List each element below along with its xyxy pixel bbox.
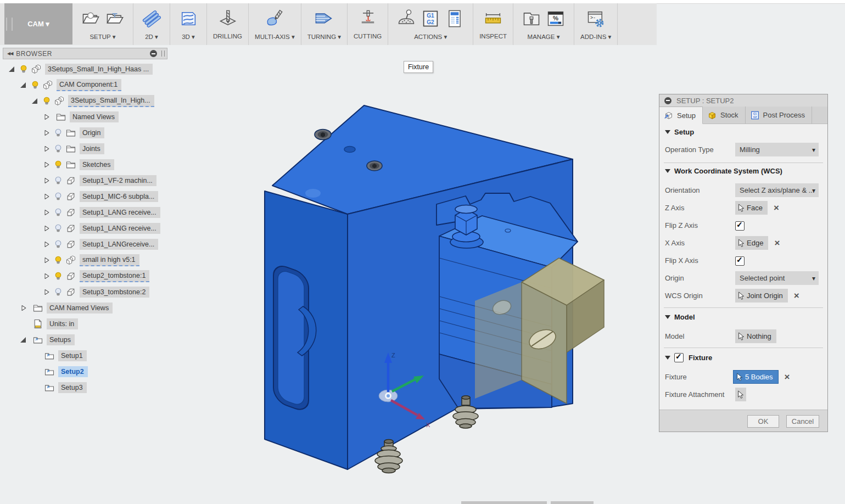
ribbon-group-label[interactable]: TURNING ▾ (307, 32, 341, 41)
orientation-dropdown[interactable]: Select Z axis/plane & ... (735, 183, 819, 197)
fixture-section-header[interactable]: Fixture (665, 353, 712, 362)
origin-dropdown[interactable]: Selected point (735, 271, 819, 285)
tree-row[interactable]: Setups (20, 333, 75, 347)
visibility-bulb-icon[interactable] (54, 271, 63, 281)
tab-post-process[interactable]: Post Process (746, 107, 813, 124)
operation-type-dropdown[interactable]: Milling (735, 143, 819, 156)
x-axis-select-button[interactable]: Edge (735, 236, 768, 250)
visibility-bulb-icon[interactable] (42, 96, 51, 106)
setup-section-header[interactable]: Setup (665, 128, 694, 136)
ribbon-group: ADD-INS ▾ (574, 3, 618, 45)
setup-sheet-icon[interactable] (445, 9, 465, 29)
tree-row[interactable]: Joints (43, 142, 104, 156)
ok-button[interactable]: OK (747, 415, 779, 428)
expand-arrow-icon[interactable] (43, 256, 50, 264)
visibility-bulb-icon[interactable] (54, 287, 63, 297)
visibility-bulb-icon[interactable] (31, 80, 40, 90)
cad-model[interactable]: Z X (236, 52, 620, 494)
expand-arrow-icon[interactable] (43, 288, 50, 296)
tree-row[interactable]: small in high v5:1 (43, 253, 139, 267)
visibility-bulb-icon[interactable] (54, 160, 63, 170)
clear-z-axis-icon[interactable]: × (774, 203, 779, 212)
visibility-bulb-icon[interactable] (54, 223, 63, 233)
tab-stock[interactable]: Stock (703, 107, 746, 124)
bottom-toolbar-edge[interactable] (551, 501, 594, 504)
fixture-select-button[interactable]: 5 Bodies (733, 370, 779, 384)
tree-row[interactable]: Setup1_LANG receive... (43, 205, 160, 220)
model-section-header[interactable]: Model (665, 313, 695, 321)
clear-fixture-icon[interactable]: × (785, 372, 790, 382)
multi-axis-icon[interactable] (265, 9, 284, 29)
tree-row[interactable]: Setup1_LANG receive... (43, 221, 160, 236)
tree-row[interactable]: Setup1_LANGreceive... (43, 237, 158, 251)
flip-x-checkbox[interactable] (735, 256, 745, 266)
expand-arrow-icon[interactable] (20, 304, 27, 312)
turning-icon[interactable] (314, 9, 334, 29)
ribbon-group-label[interactable]: ACTIONS ▾ (414, 32, 447, 41)
model-select-button[interactable]: Nothing (735, 329, 776, 343)
measure-icon[interactable] (483, 9, 503, 29)
g-code-icon[interactable] (421, 9, 440, 29)
tree-row[interactable]: Origin (43, 126, 104, 140)
z-axis-select-button[interactable]: Face (735, 201, 768, 215)
expand-arrow-icon[interactable] (43, 145, 50, 153)
tree-row[interactable]: Setup1 (32, 349, 87, 363)
tree-row[interactable]: Units: in (20, 317, 78, 331)
ribbon-group-label[interactable]: CUTTING (354, 32, 382, 40)
visibility-bulb-icon[interactable] (54, 144, 63, 154)
expand-arrow-icon[interactable] (43, 129, 50, 137)
clear-x-axis-icon[interactable]: × (774, 238, 780, 248)
bottom-toolbar-edge[interactable] (461, 501, 547, 504)
expand-arrow-icon[interactable] (43, 209, 50, 216)
tree-row[interactable]: Setup3 (32, 380, 87, 395)
expand-arrow-icon[interactable] (20, 82, 26, 88)
expand-arrow-icon[interactable] (32, 98, 37, 104)
dialog-collapse-icon[interactable] (664, 97, 671, 104)
expand-arrow-icon[interactable] (9, 66, 14, 72)
expand-arrow-icon[interactable] (43, 240, 50, 248)
tree-row[interactable]: Named Views (43, 110, 119, 124)
scripts-addins-icon[interactable] (586, 9, 606, 29)
task-manager-icon[interactable] (546, 9, 566, 29)
tree-row[interactable]: Setup2 (32, 365, 88, 379)
dialog-title-bar[interactable]: SETUP : SETUP2 (659, 94, 827, 107)
tree-row[interactable]: Setup1_MIC-6 subpla... (43, 189, 158, 204)
visibility-bulb-icon[interactable] (19, 64, 28, 74)
expand-arrow-icon[interactable] (43, 113, 50, 121)
ribbon-group-label[interactable]: MANAGE ▾ (528, 32, 560, 41)
tree-row[interactable]: 3Setups_Small_In_High... (32, 94, 154, 108)
tree-row[interactable]: 3Setups_Small_In_High_Haas ... (9, 62, 153, 76)
expand-arrow-icon[interactable] (20, 337, 26, 343)
visibility-bulb-icon[interactable] (54, 208, 63, 217)
visibility-bulb-icon[interactable] (54, 128, 63, 138)
tree-row[interactable]: CAM Component:1 (20, 78, 121, 92)
wcs-section-header[interactable]: Work Coordinate System (WCS) (665, 167, 782, 175)
expand-arrow-icon[interactable] (43, 161, 50, 169)
ribbon-group-label[interactable]: ADD-INS ▾ (580, 32, 611, 41)
ribbon-group-label[interactable]: MULTI-AXIS ▾ (255, 32, 295, 41)
expand-arrow-icon[interactable] (43, 193, 50, 200)
wcs-origin-select-button[interactable]: Joint Origin (735, 289, 788, 303)
cutting-icon[interactable] (358, 9, 378, 29)
tree-row[interactable]: CAM Named Views (20, 301, 113, 315)
visibility-bulb-icon[interactable] (54, 239, 63, 249)
visibility-bulb-icon[interactable] (54, 176, 63, 186)
tool-library-icon[interactable] (522, 9, 541, 29)
tree-row[interactable]: Setup1_VF-2 machin... (43, 173, 156, 188)
tree-row[interactable]: Setup3_tombstone:2 (43, 285, 149, 299)
visibility-bulb-icon[interactable] (54, 255, 63, 265)
tab-setup[interactable]: Setup (659, 107, 703, 124)
fixture-attachment-select-button[interactable] (735, 388, 746, 401)
post-process-icon[interactable] (396, 9, 416, 29)
expand-arrow-icon[interactable] (43, 177, 50, 184)
tree-row[interactable]: Setup2_tombstone:1 (43, 269, 149, 283)
ribbon-group-label[interactable]: INSPECT (479, 32, 507, 40)
tree-row[interactable]: Sketches (43, 158, 114, 172)
clear-wcs-origin-icon[interactable]: × (794, 291, 799, 300)
cancel-button[interactable]: Cancel (786, 415, 819, 428)
flip-z-checkbox[interactable] (735, 221, 745, 231)
expand-arrow-icon[interactable] (43, 225, 50, 232)
expand-arrow-icon[interactable] (43, 272, 50, 280)
fixture-enable-checkbox[interactable] (674, 353, 684, 362)
visibility-bulb-icon[interactable] (54, 192, 63, 201)
